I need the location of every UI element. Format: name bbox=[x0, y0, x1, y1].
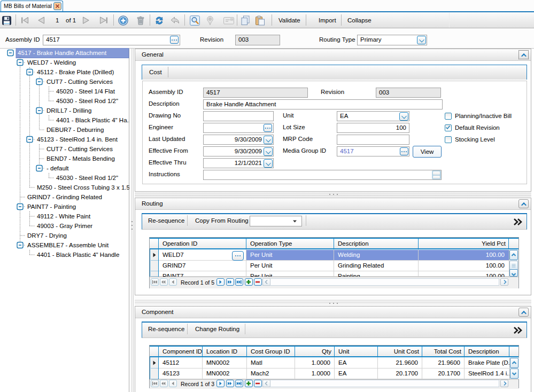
svg-text:WELD7 - Welding: WELD7 - Welding bbox=[27, 59, 76, 66]
svg-text:49112 - White Paint: 49112 - White Paint bbox=[37, 213, 91, 219]
svg-text:DRY7 - Drying: DRY7 - Drying bbox=[27, 232, 67, 239]
svg-text:M250 - Steel Cross Tubing 3 x: M250 - Steel Cross Tubing 3 x 1.5... bbox=[37, 184, 129, 191]
svg-text:45020 - Steel 1/4 Flat: 45020 - Steel 1/4 Flat bbox=[56, 88, 115, 95]
svg-text:ASSEMBLE7 - Assemble Unit: ASSEMBLE7 - Assemble Unit bbox=[27, 242, 109, 248]
svg-text:4517 - Brake Handle Attachment: 4517 - Brake Handle Attachment bbox=[18, 50, 107, 56]
svg-text:PAINT7 - Painting: PAINT7 - Painting bbox=[27, 203, 76, 210]
svg-text:CUT7 - Cutting Services: CUT7 - Cutting Services bbox=[47, 146, 113, 152]
svg-text:45030 - Steel Rod 1/2": 45030 - Steel Rod 1/2" bbox=[56, 175, 118, 181]
svg-text:DRILL7 - Drilling: DRILL7 - Drilling bbox=[47, 107, 91, 114]
svg-text:- default: - default bbox=[47, 165, 69, 171]
svg-text:DEBUR7 - Deburring: DEBUR7 - Deburring bbox=[47, 127, 104, 133]
svg-text:CUT7 - Cutting Services: CUT7 - Cutting Services bbox=[47, 79, 113, 85]
svg-text:GRIND7 - Grinding Related: GRIND7 - Grinding Related bbox=[27, 194, 102, 200]
svg-text:49003 - Gray Primer: 49003 - Gray Primer bbox=[37, 223, 92, 229]
svg-text:45112 - Brake Plate (Drilled): 45112 - Brake Plate (Drilled) bbox=[37, 69, 114, 75]
svg-text:4401 - Black Plastic 4" Handle: 4401 - Black Plastic 4" Handle bbox=[37, 252, 119, 258]
svg-text:4401 - Black Plastic 4" Ha...: 4401 - Black Plastic 4" Ha... bbox=[56, 117, 129, 123]
svg-text:45030 - Steel Rod 1/2": 45030 - Steel Rod 1/2" bbox=[56, 98, 118, 104]
svg-text:BEND7 - Metals Bending: BEND7 - Metals Bending bbox=[47, 155, 115, 162]
svg-text:45123 - SteelRod 1.4 in. Bent: 45123 - SteelRod 1.4 in. Bent bbox=[37, 136, 118, 143]
